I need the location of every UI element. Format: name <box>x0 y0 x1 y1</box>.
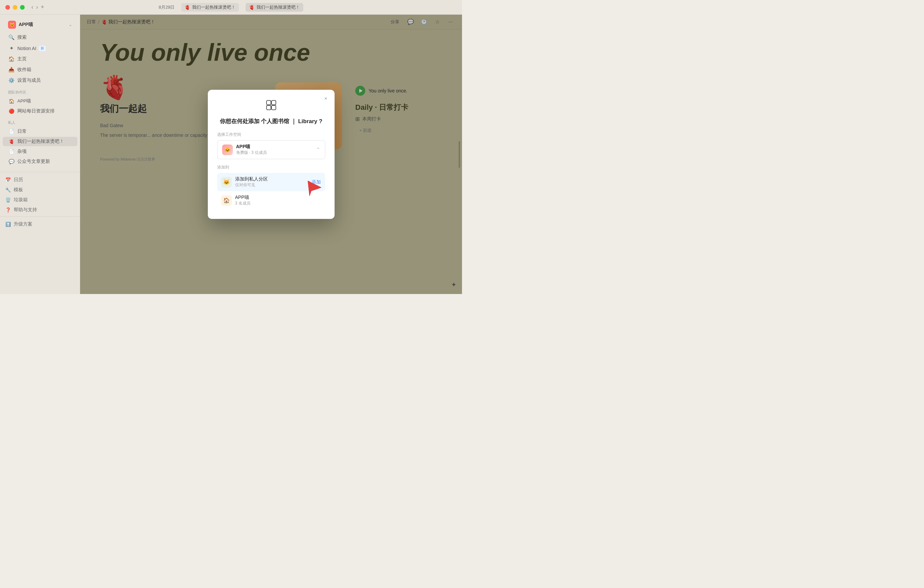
private-option-sub: 仅对你可见 <box>235 182 305 188</box>
daily-icon: 📄 <box>8 129 15 134</box>
modal-icon <box>217 99 325 114</box>
modal-workspace-label: 选择工作空间 <box>217 132 325 137</box>
trash-icon: 🗑️ <box>5 197 11 203</box>
workspace-selector[interactable]: 🐱 APP喵 ⌄ <box>3 18 78 31</box>
tab1-label: 我们一起热辣滚烫吧！ <box>192 4 236 10</box>
private-option-info: 添加到私人分区 仅对你可见 <box>235 176 305 188</box>
svg-rect-3 <box>272 106 276 110</box>
svg-rect-0 <box>267 101 271 105</box>
tab2-label: 我们一起热辣滚烫吧！ <box>257 4 300 10</box>
sidebar-item-app-miao[interactable]: 🏠 APP喵 <box>3 96 78 106</box>
sidebar-item-home[interactable]: 🏠 主页 <box>3 54 78 64</box>
modal-add-to-label: 添加到 <box>217 165 325 170</box>
sidebar-item-misc[interactable]: 📄 杂项 <box>3 147 78 156</box>
svg-rect-1 <box>272 101 276 105</box>
team-section-label: 团队协作区 <box>0 86 80 96</box>
traffic-lights <box>5 5 25 10</box>
svg-marker-4 <box>308 181 321 196</box>
main-layout: 🐱 APP喵 ⌄ ✏️ 🔍 搜索 ✦ Notion AI 新 🏠 主页 📥 收件… <box>0 15 462 294</box>
svg-rect-2 <box>267 106 271 110</box>
settings-label: 设置与成员 <box>17 78 41 83</box>
notion-ai-icon: ✦ <box>8 45 15 51</box>
help-label: 帮助与支持 <box>14 207 37 213</box>
new-tab-button[interactable]: + <box>41 4 45 11</box>
new-badge: 新 <box>39 46 46 51</box>
misc-label: 杂项 <box>17 149 27 155</box>
forward-button[interactable]: › <box>36 4 38 11</box>
tab2-emoji: 🫀 <box>249 5 254 10</box>
sidebar-item-templates[interactable]: 🔧 模板 <box>0 185 80 195</box>
workspace-option-icon: 🏠 <box>221 195 232 206</box>
sidebar: 🐱 APP喵 ⌄ ✏️ 🔍 搜索 ✦ Notion AI 新 🏠 主页 📥 收件… <box>0 15 80 294</box>
ws-info: APP喵 免费版 · 3 位成员 <box>236 144 313 155</box>
sidebar-item-daily[interactable]: 📄 日常 <box>3 127 78 136</box>
sidebar-bottom-divider <box>0 172 80 175</box>
ws-name: APP喵 <box>236 144 313 150</box>
templates-label: 模板 <box>14 187 23 193</box>
private-option-name: 添加到私人分区 <box>235 176 305 182</box>
tab-2[interactable]: 🫀 我们一起热辣滚烫吧！ <box>246 3 303 12</box>
workspace-option-sub: 3 名成员 <box>235 201 321 206</box>
modal-close-button[interactable]: × <box>322 94 330 102</box>
sidebar-item-search[interactable]: 🔍 搜索 <box>3 32 78 42</box>
titlebar-center: 8月29日 🫀 我们一起热辣滚烫吧！ 🫀 我们一起热辣滚烫吧！ <box>159 3 304 12</box>
close-button[interactable] <box>5 5 10 10</box>
close-icon: × <box>324 96 327 101</box>
search-label: 搜索 <box>17 35 27 40</box>
trash-label: 垃圾箱 <box>14 197 28 203</box>
home-label: 主页 <box>17 56 27 62</box>
modal-title-name: 个人图书馆 ｜ Library <box>261 118 317 124</box>
sidebar-item-calendar[interactable]: 📅 日历 <box>0 175 80 185</box>
modal-overlay: × 你想在何处添加 个人图书馆 ｜ Library ? 选择工作空间 <box>80 15 462 294</box>
modal: × 你想在何处添加 个人图书馆 ｜ Library ? 选择工作空间 <box>208 90 335 219</box>
minimize-button[interactable] <box>13 5 17 10</box>
inbox-label: 收件箱 <box>17 67 31 73</box>
private-option-icon: 🐱 <box>221 177 232 188</box>
modal-title-suffix: ? <box>319 118 322 124</box>
tab1-emoji: 🫀 <box>185 5 190 10</box>
sidebar-item-hotpot[interactable]: 🫀 我们一起热辣滚烫吧！ <box>3 137 78 146</box>
workspace-name: APP喵 <box>19 22 66 28</box>
sidebar-item-inbox[interactable]: 📥 收件箱 <box>3 65 78 75</box>
titlebar-date: 8月29日 <box>159 4 175 10</box>
app-miao-label: APP喵 <box>17 98 31 104</box>
maximize-button[interactable] <box>20 5 25 10</box>
daily-resources-icon: 🔴 <box>8 109 15 114</box>
calendar-icon: 📅 <box>5 177 11 183</box>
ws-icon: 🐱 <box>222 144 233 155</box>
app-miao-icon: 🏠 <box>8 98 15 104</box>
sidebar-item-notion-ai[interactable]: ✦ Notion AI 新 <box>3 43 78 53</box>
tab-1[interactable]: 🫀 我们一起热辣滚烫吧！ <box>181 3 239 12</box>
sidebar-item-trash[interactable]: 🗑️ 垃圾箱 <box>0 195 80 205</box>
search-icon: 🔍 <box>8 35 15 40</box>
calendar-label: 日历 <box>14 177 23 183</box>
templates-icon: 🔧 <box>5 187 11 193</box>
workspace-icon: 🐱 <box>8 21 16 29</box>
upgrade-section: ⬆️ 升级方案 <box>0 216 80 232</box>
daily-resources-label: 网站每日资源安排 <box>17 108 55 114</box>
workspace-dropdown[interactable]: 🐱 APP喵 免费版 · 3 位成员 ⌃ <box>217 140 325 159</box>
content-area: 日常 / 🫀 我们一起热辣滚烫吧！ 分享 💬 🕐 ☆ ··· You only … <box>80 15 462 294</box>
modal-title-prefix: 你想在何处添加 <box>220 118 259 124</box>
hotpot-label: 我们一起热辣滚烫吧！ <box>17 139 64 144</box>
titlebar: ‹ › + 8月29日 🫀 我们一起热辣滚烫吧！ 🫀 我们一起热辣滚烫吧！ <box>0 0 462 15</box>
wechat-label: 公众号文章更新 <box>17 159 50 165</box>
misc-icon: 📄 <box>8 149 15 154</box>
sidebar-item-wechat[interactable]: 💬 公众号文章更新 <box>3 157 78 166</box>
hotpot-icon: 🫀 <box>8 139 15 144</box>
daily-label: 日常 <box>17 129 27 134</box>
sidebar-item-help[interactable]: ❓ 帮助与支持 <box>0 205 80 215</box>
sidebar-item-settings[interactable]: ⚙️ 设置与成员 <box>3 75 78 86</box>
upgrade-label: 升级方案 <box>14 221 32 227</box>
wechat-icon: 💬 <box>8 159 15 164</box>
upgrade-button[interactable]: ⬆️ 升级方案 <box>5 220 75 229</box>
red-arrow-icon <box>305 178 325 198</box>
inbox-icon: 📥 <box>8 67 15 73</box>
sidebar-item-daily-resources[interactable]: 🔴 网站每日资源安排 <box>3 106 78 116</box>
notion-ai-label: Notion AI <box>17 46 36 51</box>
red-arrow-container <box>305 178 325 199</box>
back-button[interactable]: ‹ <box>31 4 33 11</box>
home-icon: 🏠 <box>8 56 15 62</box>
settings-icon: ⚙️ <box>8 78 15 83</box>
upgrade-icon: ⬆️ <box>5 221 11 227</box>
